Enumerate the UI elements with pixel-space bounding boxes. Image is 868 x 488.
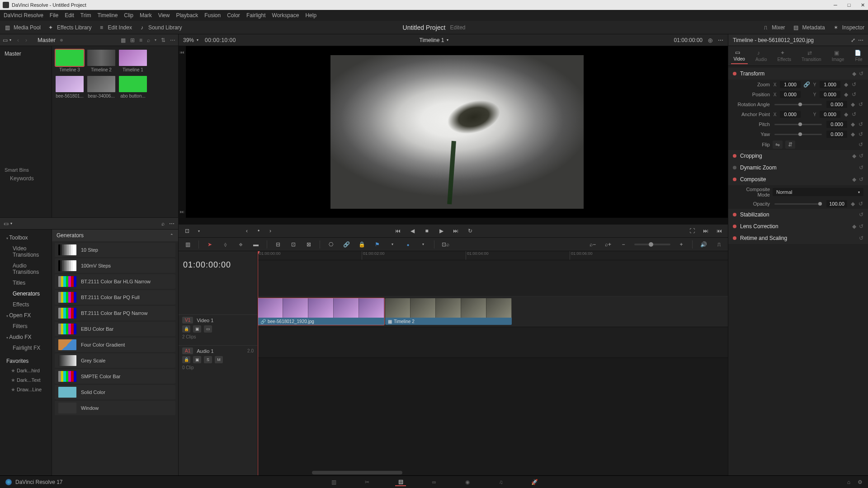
opacity-input[interactable]	[826, 200, 847, 207]
rotation-input[interactable]	[826, 101, 847, 108]
pitch-input[interactable]	[826, 121, 847, 128]
menu-playback[interactable]: Playback	[176, 12, 198, 19]
keyframe-icon[interactable]: ◆	[843, 111, 849, 117]
sort-icon[interactable]: ⇅	[161, 37, 165, 43]
page-fairlight[interactable]: ♫	[495, 478, 506, 486]
page-fusion[interactable]: ∞	[429, 478, 439, 486]
match-frame-button[interactable]: ⊡	[183, 227, 191, 235]
selection-tool[interactable]: ➤	[205, 240, 214, 249]
timeline-view-options[interactable]: ▥	[183, 240, 192, 249]
zoom-out-button[interactable]: ⌕−	[588, 240, 597, 249]
menu-workspace[interactable]: Workspace	[272, 12, 299, 19]
prev-clip-button[interactable]: ⏮	[715, 227, 723, 235]
search-icon[interactable]: ⌕	[161, 221, 165, 227]
yaw-slider[interactable]	[774, 134, 822, 135]
menu-edit[interactable]: Edit	[65, 12, 74, 19]
dynamic-trim-tool[interactable]: ⎆	[236, 240, 245, 249]
section-retime[interactable]: Retime and Scaling↺	[728, 232, 868, 244]
clip-item[interactable]: Timeline 3	[56, 50, 84, 72]
enable-dot[interactable]	[733, 236, 736, 240]
generator-item[interactable]: Grey Scale	[55, 353, 175, 368]
enable-dot[interactable]	[733, 213, 736, 216]
zoom-in-button[interactable]: ⌕+	[604, 240, 613, 249]
video-track-header[interactable]: V1Video 1 🔒 ▣ ▭ 2 Clips	[179, 314, 257, 345]
chevron-down-icon[interactable]: ▾	[197, 38, 198, 42]
cat-generators[interactable]: Generators	[2, 288, 50, 299]
trim-tool[interactable]: ⎀	[221, 240, 230, 249]
timeline-clip[interactable]: 🔗bee-5618012_1920.jpg	[258, 298, 384, 325]
expand-icon[interactable]: ⤢	[851, 37, 855, 43]
zoom-x-input[interactable]	[780, 81, 801, 88]
generator-item[interactable]: BT.2111 Color Bar PQ Full	[55, 290, 175, 305]
enable-dot[interactable]	[733, 178, 736, 181]
generators-section-header[interactable]: Generators ⌃	[52, 230, 178, 241]
reset-icon[interactable]: ↺	[859, 235, 863, 241]
chevron-down-icon[interactable]: ▾	[195, 227, 203, 235]
favorite-item[interactable]: Dark...hird	[2, 366, 50, 375]
inspector-tab-image[interactable]: ▣Image	[829, 48, 847, 64]
blade-tool[interactable]: ▬	[251, 240, 260, 249]
reset-icon[interactable]: ↺	[859, 153, 863, 159]
reverse-button[interactable]: ◀	[408, 227, 416, 235]
page-cut[interactable]: ✂	[362, 478, 373, 486]
effects-view-dropdown[interactable]: ▭▾	[4, 221, 12, 227]
generator-item[interactable]: Window	[55, 401, 175, 415]
pos-y-input[interactable]	[820, 91, 840, 98]
timeline-ruler[interactable]: 01:00:00:0001:00:02:0001:00:04:0001:00:0…	[258, 251, 728, 260]
reset-icon[interactable]: ↺	[858, 141, 863, 148]
track-lock[interactable]: 🔒	[182, 356, 190, 363]
reset-icon[interactable]: ↺	[859, 211, 863, 218]
inspector-tab-transition[interactable]: ⇄Transition	[799, 48, 824, 64]
anchor-x-input[interactable]	[780, 111, 801, 118]
viewer-scrubber[interactable]	[179, 218, 728, 224]
page-edit[interactable]: ▤	[395, 478, 406, 486]
edit-index-toggle[interactable]: ≡Edit Index	[98, 24, 132, 31]
track-badge-a1[interactable]: A1	[182, 347, 193, 354]
play-button[interactable]: ▶	[437, 227, 445, 235]
timeline-timecode[interactable]: 01:00:00:00	[179, 251, 257, 278]
anchor-y-input[interactable]	[820, 111, 840, 118]
cat-toolbox[interactable]: Toolbox	[2, 232, 50, 243]
bin-master[interactable]: Master	[5, 49, 47, 59]
fullscreen-button[interactable]: ⛶	[688, 227, 696, 235]
track-disable[interactable]: ▭	[204, 325, 212, 333]
cat-audio-transitions[interactable]: Audio Transitions	[2, 260, 50, 277]
customize-button[interactable]: ⎍	[714, 240, 723, 249]
cat-fairlight-fx[interactable]: Fairlight FX	[2, 343, 50, 353]
section-dynamic-zoom[interactable]: Dynamic Zoom↺	[728, 162, 868, 174]
options-icon[interactable]: ⋯	[169, 221, 175, 227]
insert-clip-button[interactable]: ⊟	[274, 240, 283, 249]
opacity-slider[interactable]	[774, 203, 822, 205]
lock-toggle[interactable]: 🔒	[357, 240, 366, 249]
options-icon[interactable]: ⋯	[718, 37, 723, 43]
section-lens-correction[interactable]: Lens Correction◆↺	[728, 221, 868, 232]
rotation-slider[interactable]	[774, 104, 822, 105]
inspector-tab-audio[interactable]: ♪Audio	[753, 48, 770, 64]
flip-v-button[interactable]: ⇵	[785, 141, 795, 149]
page-media[interactable]: ▥	[328, 478, 339, 486]
settings-icon[interactable]: ⚙	[858, 479, 863, 485]
inspector-tab-file[interactable]: 📄File	[852, 48, 865, 64]
cat-titles[interactable]: Titles	[2, 277, 50, 288]
home-icon[interactable]: ⌂	[847, 479, 850, 485]
chevron-down-icon[interactable]: ▾	[447, 38, 448, 42]
cat-effects[interactable]: Effects	[2, 299, 50, 310]
cat-video-transitions[interactable]: Video Transitions	[2, 243, 50, 260]
enable-dot[interactable]	[733, 225, 736, 228]
keyframe-icon[interactable]: ◆	[850, 131, 855, 137]
media-pool-toggle[interactable]: ▥Media Pool	[4, 24, 41, 31]
pos-x-input[interactable]	[780, 91, 801, 98]
clip-item[interactable]: abo button...	[119, 76, 147, 99]
menu-view[interactable]: View	[158, 12, 170, 19]
menu-mark[interactable]: Mark	[140, 12, 152, 19]
clip-item[interactable]: Timeline 1	[119, 50, 147, 72]
maximize-button[interactable]: □	[846, 2, 852, 8]
chevron-down-icon[interactable]: ▾	[419, 240, 428, 249]
go-last-button[interactable]: ⏭	[452, 227, 460, 235]
favorite-item[interactable]: Dark...Text	[2, 375, 50, 385]
menu-color[interactable]: Color	[227, 12, 240, 19]
zoom-slider[interactable]	[634, 244, 670, 245]
section-composite[interactable]: Composite◆↺	[728, 174, 868, 185]
audio-track-header[interactable]: A1Audio 12.0 🔒 ▣ S M 0 Clip	[179, 345, 257, 376]
reset-icon[interactable]: ↺	[859, 176, 863, 183]
